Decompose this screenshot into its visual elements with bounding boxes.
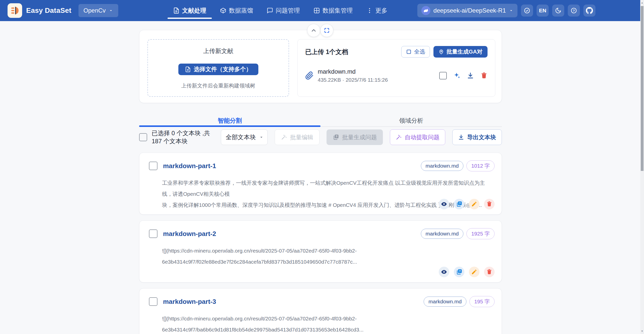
top-navbar: Easy DataSet OpenCv 文献处理 数据蒸馏 问题管理 数据集管理…: [0, 0, 640, 21]
upload-hint: 上传新文件后会重新构建领域树: [181, 82, 255, 89]
nav-item-label: 文献处理: [182, 7, 206, 15]
chunk-title[interactable]: markdown-part-2: [163, 230, 216, 238]
pencil-icon: [471, 269, 477, 275]
chunk-title[interactable]: markdown-part-1: [163, 162, 216, 170]
batch-edit-label: 批量编辑: [290, 133, 313, 141]
nav-item-label: 数据集管理: [323, 7, 353, 15]
download-icon: [458, 134, 464, 140]
project-selector-label: OpenCv: [84, 7, 106, 14]
chunk-filter-select[interactable]: 全部文本块: [221, 129, 268, 145]
view-chunk-button[interactable]: [439, 267, 449, 277]
batch-edit-button[interactable]: 批量编辑: [275, 129, 319, 145]
nav-item-datasets[interactable]: 数据集管理: [313, 0, 353, 21]
file-meta: 435.22KB · 2025/7/6 11:15:26: [318, 77, 388, 83]
chunk-title[interactable]: markdown-part-3: [163, 298, 216, 306]
chunk-checkbox[interactable]: [149, 229, 157, 238]
page-scrollbar[interactable]: ▲ ▼: [640, 0, 644, 334]
edit-chunk-button[interactable]: [469, 199, 479, 209]
package-icon: [220, 7, 226, 14]
nav-item-more[interactable]: 更多: [366, 0, 387, 21]
select-all-button[interactable]: 全选: [401, 46, 430, 58]
generate-questions-button[interactable]: [454, 199, 464, 209]
pin-icon: [438, 49, 444, 55]
chunk-chars-badge: 1925 字: [466, 228, 495, 239]
model-selector[interactable]: deepseek-ai/DeepSeek-R1: [417, 4, 517, 17]
nav-item-questions[interactable]: 问题管理: [267, 0, 300, 21]
help-button[interactable]: [568, 5, 580, 17]
batch-generate-questions-button[interactable]: 批量生成问题: [327, 129, 383, 145]
chunk-chars-badge: 195 字: [469, 296, 495, 307]
file-name: markdown.md: [318, 68, 388, 75]
chunk-file-badge: markdown.md: [421, 229, 464, 239]
choose-files-button[interactable]: 选择文件（支持多个）: [178, 64, 258, 75]
delete-chunk-button[interactable]: [484, 199, 495, 209]
nav-item-label: 更多: [375, 7, 387, 15]
main-nav: 文献处理 数据蒸馏 问题管理 数据集管理 更多: [173, 0, 387, 21]
chevron-up-icon: [310, 27, 317, 34]
upload-title: 上传新文献: [203, 47, 233, 55]
nav-item-distill[interactable]: 数据蒸馏: [220, 0, 253, 21]
model-selector-label: deepseek-ai/DeepSeek-R1: [433, 7, 506, 14]
auto-extract-questions-label: 自动提取问题: [405, 133, 439, 141]
chunk-list: markdown-part-1 markdown.md 1012 字 工业界和学…: [139, 153, 502, 334]
selection-summary: 已选择 0 个文本块 ,共 187 个文本块: [152, 129, 221, 145]
batch-generate-ga-button[interactable]: 批量生成GA对: [433, 46, 488, 58]
nav-item-label: 数据蒸馏: [229, 7, 253, 15]
project-selector[interactable]: OpenCv: [78, 4, 118, 17]
upload-panel-card: 上传新文献 选择文件（支持多个） 上传新文件后会重新构建领域树 已上传 1个文档…: [139, 30, 502, 103]
tab-smart-split[interactable]: 智能分割: [139, 117, 320, 125]
trash-icon: [486, 201, 492, 207]
scrollbar-up-arrow[interactable]: ▲: [640, 1, 644, 5]
batch-generate-ga-label: 批量生成GA对: [447, 48, 482, 56]
select-all-chunks-checkbox[interactable]: [139, 133, 147, 141]
whale-icon: [423, 7, 429, 14]
check-circle-icon: [524, 7, 530, 14]
download-icon[interactable]: [467, 72, 474, 79]
chunk-checkbox[interactable]: [149, 297, 157, 306]
eye-icon: [441, 269, 447, 275]
uploaded-documents-panel: 已上传 1个文档 全选 批量生成GA对 markdown.md 435.22KB…: [297, 39, 495, 97]
active-nav-underline: [168, 18, 212, 19]
chunk-chars-badge: 1012 字: [466, 160, 495, 171]
chevron-down-icon: [259, 135, 264, 140]
theme-toggle-button[interactable]: [552, 5, 564, 17]
question-doc-icon: [456, 269, 462, 275]
nav-item-literature[interactable]: 文献处理: [173, 0, 206, 21]
chunk-text: ![](https://cdn-mineru.openxlab.org.cn/r…: [162, 245, 495, 267]
chevron-down-icon: [509, 8, 513, 13]
github-button[interactable]: [583, 5, 595, 17]
trash-icon[interactable]: [480, 72, 488, 79]
question-doc-icon: [333, 134, 339, 140]
navbar-right-controls: deepseek-ai/DeepSeek-R1 EN: [417, 0, 595, 21]
export-chunks-button[interactable]: 导出文本块: [452, 129, 502, 145]
more-dots-icon: [366, 7, 373, 14]
auto-extract-questions-button[interactable]: 自动提取问题: [390, 129, 445, 145]
magic-wand-icon: [396, 134, 402, 140]
file-checkbox[interactable]: [439, 72, 447, 79]
chunk-checkbox[interactable]: [149, 162, 157, 170]
nav-item-label: 问题管理: [276, 7, 300, 15]
scrollbar-down-arrow[interactable]: ▼: [640, 329, 644, 333]
batch-generate-questions-label: 批量生成问题: [342, 133, 377, 141]
chunk-file-badge: markdown.md: [421, 161, 464, 171]
trash-icon: [486, 269, 492, 275]
help-circle-icon: [571, 7, 577, 14]
chevron-down-icon: [109, 8, 113, 13]
tab-domain-analysis[interactable]: 领域分析: [320, 117, 502, 125]
task-status-button[interactable]: [521, 5, 533, 17]
edit-chunk-button[interactable]: [469, 267, 479, 277]
collapse-panel-button[interactable]: [307, 24, 320, 37]
active-tab-indicator: [139, 125, 320, 127]
generate-questions-button[interactable]: [454, 267, 464, 277]
upload-dropzone[interactable]: 上传新文献 选择文件（支持多个） 上传新文件后会重新构建领域树: [147, 39, 289, 97]
delete-chunk-button[interactable]: [484, 267, 495, 277]
language-button[interactable]: EN: [537, 5, 549, 17]
sparkles-icon[interactable]: [453, 72, 460, 79]
expand-panel-button[interactable]: [320, 24, 333, 37]
choose-files-label: 选择文件（支持多个）: [194, 65, 252, 73]
github-icon: [586, 7, 593, 14]
view-chunk-button[interactable]: [439, 199, 449, 209]
select-all-label: 全选: [414, 48, 425, 56]
eye-icon: [441, 201, 447, 207]
scrollbar-thumb[interactable]: [641, 6, 643, 171]
